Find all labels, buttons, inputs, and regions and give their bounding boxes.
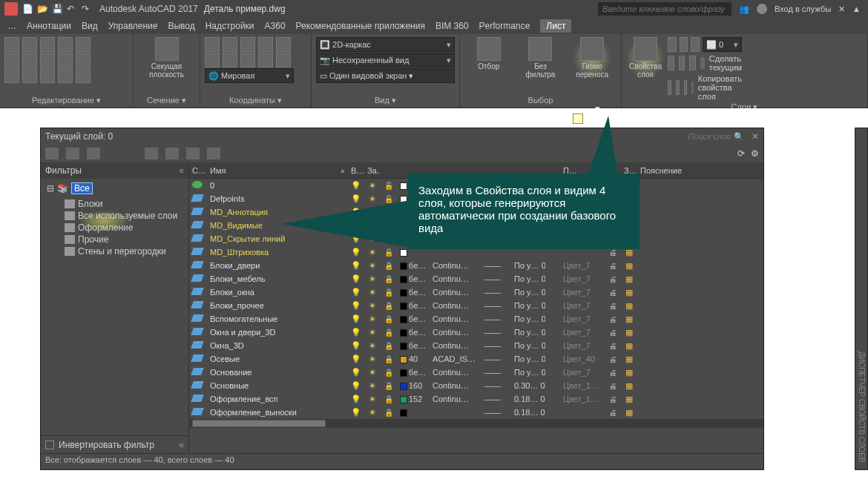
color-swatch[interactable]: [400, 249, 407, 257]
color-swatch[interactable]: [400, 396, 407, 403]
linetype-value[interactable]: Continu…: [430, 288, 481, 297]
app-logo[interactable]: [4, 2, 18, 16]
filter-item[interactable]: Прочие: [63, 234, 188, 245]
qat-new-icon[interactable]: 📄: [22, 4, 33, 14]
match-layer-icon[interactable]: [691, 82, 693, 93]
sun-icon[interactable]: [369, 408, 376, 417]
linetype-value[interactable]: Continu…: [430, 301, 481, 310]
transparency-value[interactable]: По у… 0: [511, 288, 545, 297]
plot-icon[interactable]: [609, 368, 617, 377]
delete-layer-icon[interactable]: [87, 148, 100, 159]
lineweight-value[interactable]: [481, 394, 511, 403]
plotstyle-value[interactable]: Цвет_1…: [560, 381, 605, 390]
layer-states-icon[interactable]: [207, 148, 220, 159]
viewport-config-combo[interactable]: ▭ Один видовой экран ▾: [316, 68, 455, 83]
plotstyle-value[interactable]: Цвет_1…: [560, 394, 605, 403]
color-swatch[interactable]: [400, 289, 407, 297]
col-freeze[interactable]: За…: [364, 166, 381, 175]
bulb-icon[interactable]: [351, 248, 361, 257]
edit-tool-icon[interactable]: [40, 37, 55, 52]
plot-icon[interactable]: [609, 314, 617, 323]
filter-button[interactable]: Отбор: [470, 37, 508, 70]
layer-name[interactable]: Блоки_окна: [210, 288, 254, 297]
layer-name[interactable]: Блоки_мебель: [210, 274, 265, 283]
plotstyle-value[interactable]: Цвет_7: [560, 288, 605, 297]
linetype-value[interactable]: Continu…: [430, 328, 481, 337]
ucs-tool-icon[interactable]: [258, 37, 273, 52]
color-swatch[interactable]: [400, 409, 407, 417]
edit-tool-icon[interactable]: [76, 37, 91, 52]
plot-icon[interactable]: [609, 381, 617, 390]
move-gizmo-button[interactable]: Гизмо переноса: [573, 37, 611, 79]
new-layer-vpfrozen-icon[interactable]: [66, 148, 79, 159]
lineweight-value[interactable]: [481, 354, 511, 363]
qat-open-icon[interactable]: 📂: [37, 4, 47, 14]
transparency-value[interactable]: По у… 0: [511, 314, 545, 323]
collapse-filters-icon[interactable]: «: [179, 440, 184, 450]
ucs-tool-icon[interactable]: [223, 37, 237, 52]
layer-search-input[interactable]: [642, 132, 731, 141]
scrollbar-thumb[interactable]: [192, 420, 326, 427]
layer-row[interactable]: Блоки_мебельбе…Continu…По у… 0Цвет_7: [189, 272, 763, 285]
lineweight-value[interactable]: [481, 314, 511, 323]
layer-name[interactable]: Defpoints: [210, 194, 244, 203]
plotstyle-value[interactable]: Цвет_7: [560, 314, 605, 323]
tab-addins[interactable]: Надстройки: [206, 21, 254, 31]
bulb-icon[interactable]: [351, 261, 361, 270]
color-swatch[interactable]: [400, 369, 407, 377]
color-swatch[interactable]: [400, 263, 407, 270]
edit-tool-icon[interactable]: [22, 37, 37, 52]
layer-name[interactable]: Оформление_всп: [210, 394, 278, 403]
edit-tool-icon[interactable]: [76, 53, 91, 67]
close-icon[interactable]: ✕: [752, 131, 759, 142]
layer-row[interactable]: Блоки_прочеебе…Continu…По у… 0Цвет_7: [189, 299, 763, 312]
settings-icon[interactable]: [751, 148, 759, 159]
sun-icon[interactable]: [369, 261, 376, 270]
layer-row[interactable]: Оформление_всп152Continu…0.18… 0Цвет_1…: [189, 392, 763, 406]
tab-manage[interactable]: Управление: [108, 21, 158, 31]
newvp-icon[interactable]: [625, 394, 633, 403]
plot-icon[interactable]: [609, 328, 617, 337]
lineweight-value[interactable]: [481, 408, 511, 417]
lock-icon[interactable]: [384, 341, 393, 350]
filter-item[interactable]: Оформление: [63, 222, 188, 234]
panel-edit-title[interactable]: Редактирование ▾: [4, 94, 128, 108]
filter-item[interactable]: Все используемые слои: [63, 210, 188, 222]
lineweight-value[interactable]: [481, 301, 511, 310]
color-swatch[interactable]: [400, 343, 407, 350]
lineweight-value[interactable]: [481, 381, 511, 390]
col-on[interactable]: В…: [348, 166, 364, 175]
panel-section-title[interactable]: Сечение ▾: [138, 94, 195, 108]
lock-icon[interactable]: [384, 301, 393, 310]
bulb-icon[interactable]: [351, 341, 361, 350]
ucs-tool-icon[interactable]: [276, 53, 291, 67]
layer-states-icon[interactable]: [186, 148, 200, 159]
collapse-filters-icon[interactable]: «: [179, 165, 184, 176]
ucs-world-combo[interactable]: 🌐 Мировая: [205, 68, 294, 83]
layer-tool-icon[interactable]: [691, 37, 700, 52]
sun-icon[interactable]: [369, 181, 376, 190]
edit-tool-icon[interactable]: [22, 68, 37, 83]
linetype-value[interactable]: Continu…: [430, 368, 481, 377]
a360-icon[interactable]: ▲: [852, 4, 861, 13]
lineweight-value[interactable]: [481, 328, 511, 337]
tab-view[interactable]: Вид: [82, 21, 98, 31]
plotstyle-value[interactable]: Цвет_7: [560, 301, 605, 310]
layer-name[interactable]: Окна и двери_3D: [210, 328, 276, 337]
layer-name[interactable]: Оформление_выноски: [210, 408, 297, 417]
linetype-value[interactable]: Continu…: [430, 274, 481, 283]
color-swatch[interactable]: [400, 276, 407, 283]
new-property-filter-icon[interactable]: [165, 148, 179, 159]
lock-icon[interactable]: [384, 314, 393, 323]
transparency-value[interactable]: По у… 0: [511, 261, 545, 270]
layer-row[interactable]: Блоки_дверибе…Continu…По у… 0Цвет_7: [189, 259, 763, 272]
transparency-value[interactable]: По у… 0: [511, 368, 545, 377]
tab-annotations[interactable]: Аннотации: [27, 21, 71, 31]
lock-icon[interactable]: [384, 368, 393, 377]
color-swatch[interactable]: [400, 182, 407, 190]
plotstyle-value[interactable]: Цвет_7: [560, 274, 605, 283]
newvp-icon[interactable]: [625, 314, 633, 323]
transparency-value[interactable]: 0.18… 0: [511, 394, 545, 403]
sun-icon[interactable]: [369, 394, 376, 403]
plot-icon[interactable]: [609, 274, 617, 283]
